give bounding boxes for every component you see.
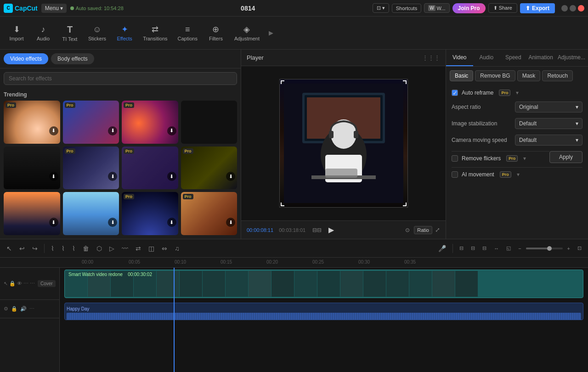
aspect-ratio-select[interactable]: Original ▾ — [515, 101, 582, 113]
effect-super-spot[interactable]: Pro ⬇ Super-...e Spot — [4, 101, 60, 144]
redo-button[interactable]: ↪ — [29, 243, 40, 254]
playhead-cursor[interactable] — [174, 268, 175, 372]
speed-button[interactable]: ▷ — [107, 243, 117, 254]
track-icon-expand[interactable]: ⋯ — [30, 281, 35, 287]
track-icon-cursor[interactable]: ↖ — [4, 281, 8, 287]
join-pro-button[interactable]: Join Pro — [452, 3, 486, 13]
effect-glow-2[interactable]: Pro ⬇ Glow 2 — [63, 147, 119, 190]
player-menu-icon[interactable]: ⋮⋮⋮ — [422, 54, 440, 61]
tab-video[interactable]: Video — [446, 50, 473, 66]
tl-btn-5[interactable]: ◱ — [503, 243, 514, 253]
share-button[interactable]: ⬆ Share — [488, 3, 517, 13]
ratio-button[interactable]: Ratio — [414, 226, 432, 234]
corner-handle-tr[interactable] — [403, 80, 407, 84]
delete-button[interactable]: 🗑 — [80, 243, 92, 254]
w-button[interactable]: W W... — [424, 3, 449, 13]
search-input[interactable] — [4, 72, 237, 85]
tab-audio[interactable]: Audio — [473, 50, 500, 66]
tool-captions[interactable]: ≡ Captions — [173, 22, 202, 44]
tool-effects[interactable]: ✦ Effects — [112, 22, 137, 44]
effect-city2[interactable]: ⬇ — [63, 192, 119, 235]
effect-city1[interactable]: ⬇ — [4, 192, 60, 235]
undo-button[interactable]: ↩ — [17, 243, 28, 254]
tab-adjustment[interactable]: Adjustme... — [555, 50, 588, 66]
tl-btn-1[interactable]: ⊟ — [457, 243, 466, 253]
effect-warm[interactable]: Pro ⬇ — [181, 192, 237, 235]
export-button[interactable]: ⬆ Export — [520, 3, 555, 13]
mask-button[interactable]: ⬡ — [94, 243, 105, 254]
audio-clip[interactable]: Happy Day — [64, 303, 583, 320]
trim-left-button[interactable]: ⌇ — [59, 243, 68, 254]
subtab-retouch[interactable]: Retouch — [542, 70, 573, 81]
corner-handle-bl[interactable] — [281, 203, 284, 206]
tool-filters[interactable]: ⊕ Filters — [203, 22, 229, 44]
flip-button[interactable]: ⇔ — [159, 243, 170, 254]
auto-reframe-checkbox[interactable]: ✓ — [452, 90, 458, 96]
effect-square-blur[interactable]: Pro ⬇ Square Blur — [63, 101, 119, 144]
grid-view-button[interactable]: ⊟⊟ — [311, 225, 323, 235]
effect-tinted-overlay[interactable]: Pro ⬇ Tinted Overlay — [122, 147, 178, 190]
camera-settings-button[interactable]: ⊙ — [404, 225, 411, 235]
tl-btn-3[interactable]: ⊟ — [480, 243, 489, 253]
audio-track-icon-lock2[interactable]: 🔒 — [11, 306, 17, 312]
captions-icon: ≡ — [185, 25, 190, 34]
tool-text[interactable]: T TI Text — [57, 22, 83, 45]
track-icon-lock[interactable]: 🔒 — [9, 281, 16, 287]
select-tool-button[interactable]: ↖ — [4, 243, 15, 254]
tl-btn-4[interactable]: ↔ — [491, 244, 502, 253]
apply-button[interactable]: Apply — [549, 151, 582, 163]
camera-speed-select[interactable]: Default ▾ — [515, 135, 582, 146]
effect-space[interactable]: Pro ⬇ — [122, 192, 178, 235]
fit-button[interactable]: ⊡ — [575, 243, 584, 253]
tab-speed[interactable]: Speed — [500, 50, 527, 66]
video-effects-tab[interactable]: Video effects — [4, 53, 48, 64]
transition-button[interactable]: ⇄ — [133, 243, 144, 254]
subtab-mask[interactable]: Mask — [517, 70, 541, 81]
tool-import-label: Import — [9, 36, 23, 41]
zoom-thumb[interactable] — [547, 246, 552, 251]
audio-track-icon-more[interactable]: ⋯ — [29, 306, 34, 312]
tool-audio[interactable]: ♪ Audio — [30, 22, 56, 44]
tool-adjustment[interactable]: ◈ Adjustment — [230, 22, 264, 44]
remove-flickers-checkbox[interactable] — [452, 155, 458, 162]
video-clip[interactable]: Smart Watch video redone 00:00:30:02 — [64, 270, 583, 298]
ai-movement-checkbox[interactable] — [452, 171, 458, 178]
trim-right-button[interactable]: ⌇ — [69, 243, 78, 254]
tool-import[interactable]: ⬇ Import — [4, 22, 29, 44]
maximize-button[interactable] — [570, 5, 576, 11]
corner-handle-br[interactable] — [403, 203, 407, 206]
zoom-in-button[interactable]: + — [565, 244, 573, 253]
minimize-button[interactable] — [561, 5, 568, 11]
effect-bokeh-twist[interactable]: Pro ⬇ Bokeh Twist — [122, 101, 178, 144]
toolbar-expand-button[interactable]: ▶ — [267, 28, 275, 38]
body-effects-tab[interactable]: Body effects — [51, 53, 94, 64]
effect-datamosh[interactable]: Pro ⬇ Datamosh — [181, 147, 237, 190]
shortcuts-button[interactable]: Shortcuts — [392, 4, 421, 13]
close-button[interactable] — [578, 5, 584, 11]
effect-fade-in[interactable]: ⬇ Fade In — [4, 147, 60, 190]
subtab-basic[interactable]: Basic — [450, 70, 473, 81]
tl-btn-2[interactable]: ⊟ — [468, 243, 478, 253]
tab-animation[interactable]: Animation — [527, 50, 555, 66]
tool-transitions[interactable]: ⇄ Transitions — [138, 22, 172, 44]
audio-track-icon-volume[interactable]: 🔊 — [20, 306, 27, 312]
pro-badge: Pro — [6, 102, 16, 108]
audio-detach-button[interactable]: ♫ — [172, 243, 182, 254]
tool-stickers[interactable]: ☺ Stickers — [84, 22, 111, 44]
monitor-btn[interactable]: ⊡ ▾ — [373, 3, 389, 13]
image-stabilization-select[interactable]: Default ▾ — [515, 118, 582, 129]
curve-button[interactable]: 〰 — [119, 243, 131, 254]
fullscreen-button[interactable]: ⤢ — [435, 226, 440, 233]
subtab-remove-bg[interactable]: Remove BG — [475, 70, 515, 81]
effect-horizon-open[interactable]: Horiz... Open — [181, 101, 237, 144]
menu-button[interactable]: Menu ▾ — [41, 4, 67, 13]
corner-handle-tl[interactable] — [281, 80, 284, 84]
split-button[interactable]: ⌇ — [48, 243, 57, 254]
tl-btn-6[interactable]: − — [515, 244, 524, 253]
crop-button[interactable]: ◫ — [146, 243, 157, 254]
track-icon-eye[interactable]: 👁 — [17, 281, 22, 287]
track-icon-more[interactable]: ⋯ — [23, 281, 28, 287]
audio-track-icon-lock[interactable]: ⚙ — [4, 306, 8, 312]
mic-button[interactable]: 🎤 — [435, 243, 449, 254]
play-button[interactable]: ▶ — [328, 225, 334, 234]
